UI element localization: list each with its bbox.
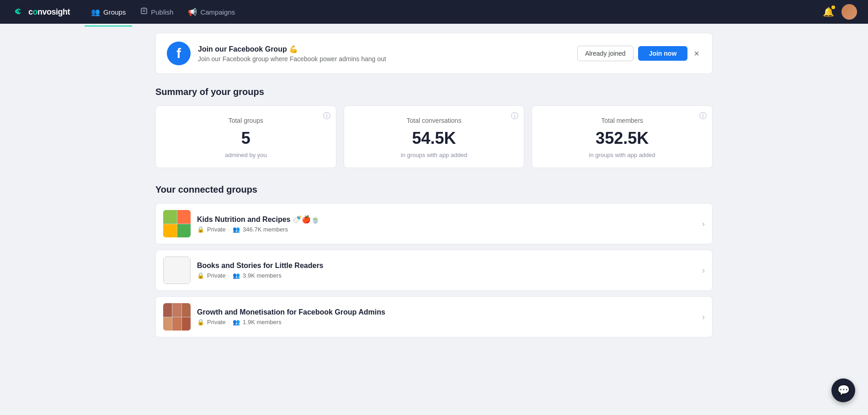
nav-label-groups: Groups	[103, 8, 126, 16]
members-icon-books: 👥	[233, 272, 240, 279]
group-name-growth: Growth and Monetisation for Facebook Gro…	[197, 308, 696, 316]
group-meta-kids: 🔒 Private · 👥 346.7K members	[197, 226, 696, 233]
members-books: 3.9K members	[243, 272, 282, 279]
banner-close-button[interactable]: ×	[692, 47, 701, 61]
nav-item-groups[interactable]: 👥 Groups	[85, 4, 132, 20]
nav-label-publish: Publish	[151, 8, 173, 16]
group-item-kids-nutrition[interactable]: Kids Nutrition and Recipes 🍼🍎🍵 🔒 Private…	[155, 203, 713, 244]
lock-icon-books: 🔒	[197, 272, 204, 279]
notifications-button[interactable]: 🔔	[823, 6, 834, 17]
group-meta-growth: 🔒 Private · 👥 1.9K members	[197, 319, 696, 326]
notification-dot	[831, 5, 835, 9]
members-icon-kids: 👥	[233, 226, 240, 233]
connected-groups-title: Your connected groups	[155, 184, 713, 195]
stat-label-convos: Total conversations	[353, 117, 515, 124]
user-avatar[interactable]	[841, 4, 857, 20]
chevron-books: ›	[702, 266, 705, 275]
groups-icon: 👥	[91, 8, 100, 16]
chat-button[interactable]: 💬	[831, 378, 855, 402]
join-now-button[interactable]: Join now	[638, 46, 688, 61]
publish-icon	[140, 7, 148, 16]
privacy-kids: Private	[207, 226, 225, 233]
banner-text: Join our Facebook Group 💪 Join our Faceb…	[198, 45, 570, 63]
stat-label-groups: Total groups	[165, 117, 327, 124]
stat-sub-convos: in groups with app added	[353, 152, 515, 158]
main-content: f Join our Facebook Group 💪 Join our Fac…	[0, 24, 868, 356]
chevron-kids: ›	[702, 219, 705, 229]
chevron-growth: ›	[702, 312, 705, 322]
group-thumb-kids	[163, 210, 191, 237]
stat-value-groups: 5	[165, 129, 327, 148]
lock-icon-growth: 🔒	[197, 319, 204, 326]
facebook-logo: f	[167, 42, 191, 65]
stat-card-conversations: ⓘ Total conversations 54.5K in groups wi…	[344, 105, 525, 168]
group-info-kids: Kids Nutrition and Recipes 🍼🍎🍵 🔒 Private…	[197, 215, 696, 233]
campaigns-icon: 📢	[188, 8, 197, 16]
stat-card-groups: ⓘ Total groups 5 admined by you	[155, 105, 336, 168]
group-item-books[interactable]: Books and Stories for Little Readers 🔒 P…	[155, 250, 713, 291]
nav-item-publish[interactable]: Publish	[134, 4, 180, 20]
members-icon-growth: 👥	[233, 319, 240, 326]
info-icon-convos[interactable]: ⓘ	[511, 111, 518, 121]
stat-value-convos: 54.5K	[353, 129, 515, 148]
chat-icon: 💬	[837, 384, 850, 396]
group-name-books: Books and Stories for Little Readers	[197, 262, 696, 270]
group-name-kids: Kids Nutrition and Recipes 🍼🍎🍵	[197, 215, 696, 224]
group-meta-books: 🔒 Private · 👥 3.9K members	[197, 272, 696, 279]
group-thumb-books	[163, 257, 191, 284]
privacy-books: Private	[207, 272, 225, 279]
stat-label-members: Total members	[541, 117, 703, 124]
nav-label-campaigns: Campaigns	[200, 8, 235, 16]
banner-actions: Already joined Join now ×	[577, 46, 701, 61]
stat-sub-groups: admined by you	[165, 152, 327, 158]
info-icon-groups[interactable]: ⓘ	[323, 111, 330, 121]
privacy-growth: Private	[207, 319, 225, 326]
already-joined-button[interactable]: Already joined	[577, 46, 634, 61]
stat-value-members: 352.5K	[541, 129, 703, 148]
nav-items: 👥 Groups Publish 📢 Campaigns	[85, 4, 823, 20]
lock-icon-kids: 🔒	[197, 226, 204, 233]
banner-title: Join our Facebook Group 💪	[198, 45, 570, 53]
members-growth: 1.9K members	[243, 319, 282, 326]
group-info-books: Books and Stories for Little Readers 🔒 P…	[197, 262, 696, 279]
group-info-growth: Growth and Monetisation for Facebook Gro…	[197, 308, 696, 326]
nav-item-campaigns[interactable]: 📢 Campaigns	[181, 4, 241, 20]
stat-sub-members: in groups with app added	[541, 152, 703, 158]
nav-right: 🔔	[823, 4, 857, 20]
logo[interactable]: C convosight	[11, 5, 70, 19]
members-kids: 346.7K members	[243, 226, 288, 233]
summary-cards: ⓘ Total groups 5 admined by you ⓘ Total …	[155, 105, 713, 168]
logo-text: convosight	[28, 7, 70, 17]
facebook-group-banner: f Join our Facebook Group 💪 Join our Fac…	[155, 33, 713, 74]
group-item-growth[interactable]: Growth and Monetisation for Facebook Gro…	[155, 296, 713, 337]
navbar: C convosight 👥 Groups Publ	[0, 0, 868, 24]
summary-title: Summary of your groups	[155, 87, 713, 97]
group-thumb-growth	[163, 303, 191, 331]
connected-groups-section: Your connected groups Kids Nutrition and…	[155, 184, 713, 337]
avatar-image	[841, 4, 857, 20]
svg-rect-4	[141, 8, 147, 14]
logo-icon: C	[11, 5, 26, 19]
thumb-placeholder-books	[163, 257, 191, 284]
banner-subtitle: Join our Facebook group where Facebook p…	[198, 55, 570, 63]
info-icon-members[interactable]: ⓘ	[699, 111, 707, 121]
stat-card-members: ⓘ Total members 352.5K in groups with ap…	[532, 105, 713, 168]
